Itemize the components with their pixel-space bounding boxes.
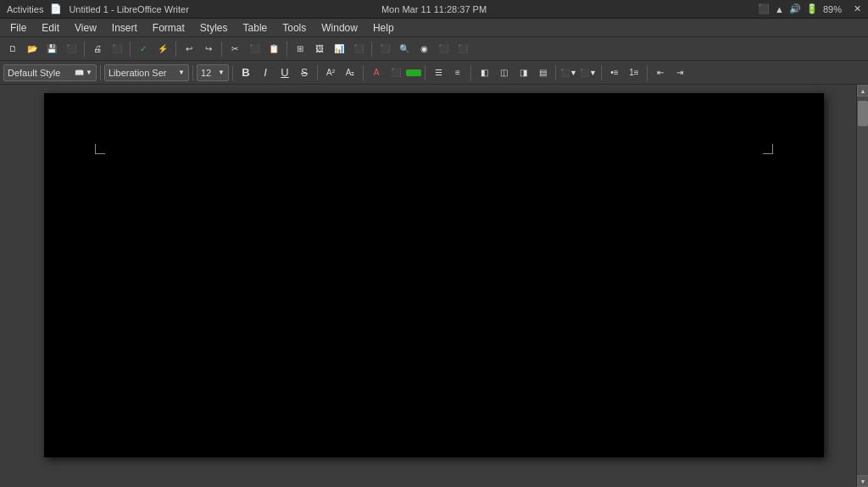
draw-functions-button[interactable]: ⬛ [376,40,394,58]
sidebar-button[interactable]: ⬛ [434,40,453,58]
save-button[interactable]: 💾 [42,40,61,58]
insert-table-button[interactable]: ⊞ [291,40,309,58]
underline-button[interactable]: U [275,64,294,82]
style-dropdown[interactable]: Default Style 📖 ▼ [3,64,97,81]
menu-file[interactable]: File [3,20,33,36]
corner-mark-tl [95,144,105,154]
size-chevron-icon: ▼ [218,69,225,76]
scroll-track [857,97,868,475]
menu-window[interactable]: Window [314,20,364,36]
printpreview-button[interactable]: ⬛ [108,40,126,58]
linespacing2-button[interactable]: ≡ [448,64,467,82]
separator-fmt-9 [601,65,602,80]
scroll-handle[interactable] [858,101,868,126]
standard-toolbar: 🗋 📂 💾 ⬛ 🖨 ⬛ ✓ ⚡ ↩ ↪ ✂ ⬛ 📋 ⊞ 🖼 📊 ⬛ ⬛ 🔍 ◉ … [0,37,868,61]
undo-button[interactable]: ↩ [180,40,198,58]
network-icon: ⬛ [758,3,770,14]
linespace-drop[interactable]: ⬛▼ [559,64,578,82]
print-button[interactable]: 🖨 [88,40,107,58]
size-dropdown[interactable]: 12 ▼ [197,64,229,81]
titlebar: Activities 📄 Untitled 1 - LibreOffice Wr… [0,0,868,19]
sound-icon: 🔊 [789,3,801,14]
indent-increase-button[interactable]: ⇥ [670,64,689,82]
menu-table[interactable]: Table [236,20,275,36]
separator-fmt-5 [363,65,364,80]
separator-6 [371,42,372,57]
insert-image-button[interactable]: 🖼 [310,40,329,58]
align-left-button[interactable]: ◧ [475,64,493,82]
menu-view[interactable]: View [68,20,103,36]
activities-button[interactable]: Activities [7,4,43,14]
bgcolor-button[interactable] [406,69,421,76]
document-container [0,85,868,487]
more-button[interactable]: ⬛ [453,40,472,58]
insert-obj-button[interactable]: ⬛ [349,40,368,58]
cut-button[interactable]: ✂ [225,40,244,58]
paste-button[interactable]: 📋 [264,40,283,58]
main-area: ▲ ▼ [0,85,868,487]
battery-icon: 🔋 [806,3,818,14]
redo-button[interactable]: ↪ [199,40,218,58]
titlebar-left: Activities 📄 Untitled 1 - LibreOffice Wr… [7,3,189,14]
font-value: Liberation Ser [108,68,167,78]
align-right-button[interactable]: ◨ [514,64,532,82]
align-justify-button[interactable]: ▤ [533,64,552,82]
scroll-up-button[interactable]: ▲ [857,85,868,97]
menu-tools[interactable]: Tools [275,20,313,36]
spellcheck-button[interactable]: ✓ [134,40,153,58]
autocorrect-button[interactable]: ⚡ [153,40,172,58]
scroll-down-button[interactable]: ▼ [857,475,868,487]
menu-insert[interactable]: Insert [105,20,144,36]
vertical-scrollbar[interactable]: ▲ ▼ [856,85,868,487]
app-icon: 📄 [50,3,62,14]
window-title: Untitled 1 - LibreOffice Writer [69,4,188,14]
separator-fmt-1 [100,65,101,80]
menu-format[interactable]: Format [146,20,192,36]
bold-button[interactable]: B [236,64,255,82]
subscript-button[interactable]: A₂ [341,64,359,82]
style-dropdown-icons: 📖 ▼ [75,69,92,77]
system-tray: ⬛ ▲ 🔊 🔋 89% ✕ [758,3,861,14]
chart-button[interactable]: 📊 [330,40,348,58]
font-chevron-icon: ▼ [178,69,185,76]
battery-percent: 89% [823,4,842,14]
list-number-button[interactable]: 1≡ [625,64,643,82]
indent-decrease-button[interactable]: ⇤ [651,64,670,82]
menu-edit[interactable]: Edit [35,20,66,36]
separator-1 [84,42,85,57]
separator-fmt-7 [470,65,471,80]
superscript-button[interactable]: A² [321,64,340,82]
font-dropdown[interactable]: Liberation Ser ▼ [104,64,189,81]
separator-fmt-2 [192,65,193,80]
linespacing-button[interactable]: ☰ [429,64,448,82]
wifi-icon: ▲ [775,4,784,14]
separator-fmt-6 [425,65,426,80]
highlight-button[interactable]: ⬛ [387,64,405,82]
menu-styles[interactable]: Styles [193,20,235,36]
paragraph-drop[interactable]: ⬛▼ [579,64,598,82]
align-center-button[interactable]: ◫ [494,64,513,82]
menu-help[interactable]: Help [366,20,401,36]
close-button[interactable]: ✕ [854,3,861,14]
style-chevron-icon: ▼ [86,69,92,77]
style-value: Default Style [8,68,60,78]
new-button[interactable]: 🗋 [3,40,22,58]
italic-button[interactable]: I [256,64,275,82]
fontcolor-button[interactable]: A [367,64,386,82]
list-bullet-button[interactable]: •≡ [605,64,624,82]
separator-fmt-4 [317,65,318,80]
separator-fmt-3 [232,65,233,80]
style-book-icon: 📖 [75,69,84,77]
separator-fmt-10 [647,65,648,80]
document[interactable] [44,93,824,457]
separator-fmt-8 [555,65,556,80]
saveas-button[interactable]: ⬛ [62,40,81,58]
separator-3 [175,42,176,57]
copy-button[interactable]: ⬛ [245,40,264,58]
formatting-toolbar: Default Style 📖 ▼ Liberation Ser ▼ 12 ▼ … [0,61,868,85]
navigator-button[interactable]: ◉ [415,40,433,58]
corner-mark-tr [763,144,773,154]
strikethrough-button[interactable]: S [295,64,314,82]
find-button[interactable]: 🔍 [395,40,414,58]
open-button[interactable]: 📂 [23,40,42,58]
